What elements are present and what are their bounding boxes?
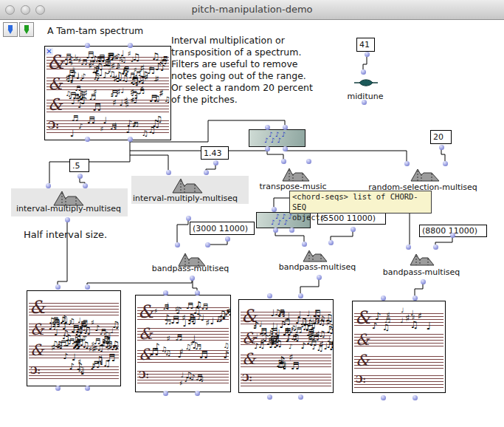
green-down-arrow-icon [21,24,32,36]
miditune-node[interactable] [354,77,378,91]
port[interactable] [273,228,278,233]
multiseq-score-box-result-3[interactable]: & & & Ɔ: ♫♫♬♩♬♫♪♪♩♬♬♩♬♪♫♩♬♫♩♪♯♬♩♪♪♩♩♩♯♬♪… [238,299,334,393]
port[interactable] [421,279,426,284]
note-glyphs: ♪♪♪ [264,137,283,144]
port[interactable] [85,284,90,290]
port[interactable] [328,240,334,245]
value-box-band-5500-11000[interactable]: (5500 11000) [317,212,386,225]
port[interactable] [163,391,168,396]
miditune-lens-icon [354,78,378,88]
port[interactable] [65,217,70,222]
wire [415,284,423,296]
tooltip: <chord-seqs> list of CHORD-SEQ objects [289,191,432,214]
port[interactable] [166,170,171,175]
port[interactable] [351,227,356,232]
wire [331,231,353,240]
port[interactable] [213,160,218,165]
port[interactable] [289,228,294,233]
trapezoid-icon [282,166,310,182]
multiseq-score-box-result-4[interactable]: & & & Ɔ: ♪♯♩♯♯♬♫♩♩♪♯♫♩ [352,301,446,393]
score-notes: ♫♫♬♪♪♩♬♬♫♩♯♩♬♫♬♯♬♪♩♩♩♩♩♬♯♫♪♯♩♫♯♯♫♬♪♫♬♬♯♪… [136,296,230,392]
port[interactable] [190,276,195,281]
port[interactable] [404,161,410,166]
wire [49,162,130,183]
title-bar: pitch-manipulation-demo [0,0,504,20]
port[interactable] [128,43,133,48]
port[interactable] [298,293,303,298]
green-down-arrow-button[interactable] [19,22,34,37]
wire [177,220,188,242]
value-box-20[interactable]: 20 [430,130,452,144]
trapezoid-icon [410,252,435,266]
blue-down-arrow-button[interactable] [3,22,18,37]
port[interactable] [83,183,88,188]
port[interactable] [439,145,444,150]
multiseq-score-box-result-2[interactable]: & & & Ɔ: ♫♫♬♪♪♩♬♬♫♩♯♩♬♫♬♯♬♪♩♩♩♩♩♬♯♫♪♯♩♫♯… [135,295,231,392]
bandpass-multiseq-node-3[interactable] [410,252,435,269]
port[interactable] [433,245,438,250]
value-box-41[interactable]: 41 [356,38,375,52]
port[interactable] [163,290,168,296]
port[interactable] [412,296,418,301]
port[interactable] [265,146,270,151]
port[interactable] [381,296,386,301]
port[interactable] [365,52,370,57]
port[interactable] [55,284,61,290]
port[interactable] [128,137,133,142]
port[interactable] [302,242,307,247]
port[interactable] [267,293,272,298]
port[interactable] [412,395,418,400]
window-title: pitch-manipulation-demo [0,4,504,15]
port[interactable] [46,183,51,188]
port[interactable] [85,137,90,142]
port[interactable] [85,43,90,48]
port[interactable] [186,216,191,221]
trapezoid-icon [303,248,328,262]
port[interactable] [298,394,303,400]
wire [87,280,192,284]
port[interactable] [272,207,277,212]
port[interactable] [204,170,209,175]
pwgl-patch-window: pitch-manipulation-demo [0,0,504,427]
port[interactable] [85,386,90,391]
note-glyphs: ♪♪♪ [271,219,290,226]
port[interactable] [362,100,367,105]
trapezoid-icon [172,177,203,194]
wire [285,151,407,162]
port[interactable] [175,242,180,247]
port[interactable] [281,159,286,164]
port[interactable] [195,290,200,296]
port[interactable] [195,391,200,396]
patch-title-comment: A Tam-tam spectrum [47,25,143,36]
multiseq-score-box-source[interactable]: & & & Ɔ: ♪♩♬♯♬♩♫♬♯♬♫♯♪♩♫♪♪♬♯♩♩♩♫♪♪♫♬♫♩♪♯… [44,46,171,140]
trapezoid-icon [410,167,440,182]
wire [441,149,445,161]
port[interactable] [361,69,366,75]
port[interactable] [443,161,448,166]
patch-canvas[interactable]: A Tam-tam spectrum Interval multiplicati… [0,20,504,427]
port[interactable] [77,174,83,179]
port[interactable] [450,233,455,238]
description-comment: Interval multiplication or transposition… [171,35,313,106]
port[interactable] [406,245,411,250]
port[interactable] [265,125,270,130]
wire [210,241,227,245]
port[interactable] [381,395,386,400]
value-box-band-3000-11000[interactable]: (3000 11000) [190,222,255,235]
chord-seq-mini-box-1[interactable]: ♪♪♪ ♪♪♪ [249,129,305,147]
close-box-icon[interactable]: ✕ [45,47,53,55]
bandpass-multiseq-label-1: bandpass-multiseq [152,264,229,273]
port[interactable] [225,236,230,242]
score-notes: ♫♫♩♬♩♫♫♯♩♬♫♫♬♪♫♬♫♪♩♯♬♩♪♬♪♫♫♩♬♪♫♪♪♪♯♫♫♯♯♯… [27,291,120,386]
port[interactable] [283,125,288,130]
multiseq-score-box-result-1[interactable]: & & & Ɔ: ♫♫♩♬♩♫♫♯♩♬♫♫♬♪♫♬♫♪♩♯♬♩♪♬♪♫♫♩♬♪♫… [27,290,121,386]
value-box-0.5[interactable]: .5 [69,159,89,172]
value-box-1.43[interactable]: 1.43 [201,146,229,160]
port[interactable] [283,146,288,151]
port[interactable] [317,275,322,280]
port[interactable] [55,386,61,391]
port[interactable] [205,242,210,247]
port[interactable] [267,394,272,400]
port[interactable] [306,159,311,164]
wire [275,232,304,242]
